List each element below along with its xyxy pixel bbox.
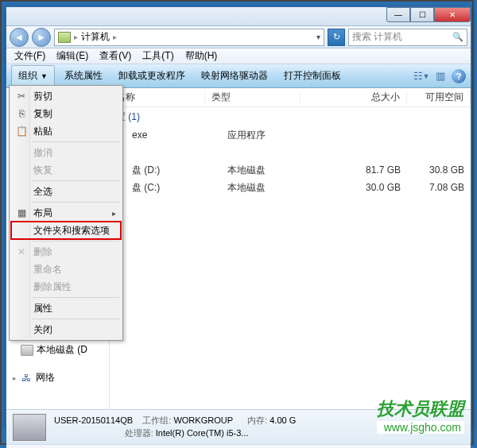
- drive-icon: [21, 345, 33, 356]
- preview-pane-button[interactable]: ▥: [432, 68, 448, 84]
- expand-icon[interactable]: ▸: [13, 374, 17, 382]
- col-free[interactable]: 可用空间: [407, 91, 471, 104]
- delete-icon: ✕: [14, 246, 29, 257]
- column-headers: 名称 类型 总大小 可用空间: [110, 88, 471, 107]
- menu-layout[interactable]: ▦布局▸: [11, 204, 121, 222]
- search-placeholder: 搜索 计算机: [352, 30, 402, 44]
- search-input[interactable]: 搜索 计算机 🔍: [348, 29, 467, 46]
- minimize-button[interactable]: —: [386, 7, 410, 22]
- col-type[interactable]: 类型: [205, 91, 301, 104]
- menu-select-all[interactable]: 全选: [11, 183, 121, 200]
- menu-cut[interactable]: ✂剪切: [11, 87, 121, 105]
- file-list: 名称 类型 总大小 可用空间 置 (1) exe 应用程序 盘 (D:) 本地磁…: [110, 88, 471, 409]
- computer-large-icon: [13, 414, 46, 441]
- address-bar[interactable]: ▸ 计算机 ▸ ▾: [54, 29, 324, 46]
- menu-bar: 文件(F) 编辑(E) 查看(V) 工具(T) 帮助(H): [6, 48, 471, 64]
- menu-help[interactable]: 帮助(H): [180, 48, 223, 64]
- menu-tools[interactable]: 工具(T): [138, 48, 178, 64]
- breadcrumb-root[interactable]: 计算机: [81, 30, 110, 44]
- map-network-drive-button[interactable]: 映射网络驱动器: [195, 66, 274, 86]
- menu-copy[interactable]: ⎘复制: [11, 105, 121, 122]
- menu-redo: 恢复: [11, 161, 121, 179]
- menu-remove-props: 删除属性: [11, 278, 121, 295]
- close-button[interactable]: ✕: [434, 7, 471, 22]
- titlebar[interactable]: — ☐ ✕: [6, 7, 471, 26]
- menu-view[interactable]: 查看(V): [95, 48, 136, 64]
- refresh-button[interactable]: ↻: [328, 29, 345, 46]
- menu-properties[interactable]: 属性: [11, 299, 121, 317]
- status-bar: 3 个项目: [6, 444, 471, 448]
- menu-close[interactable]: 关闭: [11, 321, 121, 338]
- details-pane: USER-20150114QB 工作组: WORKGROUP 内存: 4.00 …: [6, 409, 471, 444]
- network-icon: 🖧: [20, 373, 33, 384]
- help-button[interactable]: ?: [452, 69, 466, 83]
- cut-icon: ✂: [14, 91, 29, 102]
- breadcrumb-sep-icon: ▸: [113, 33, 117, 41]
- system-properties-button[interactable]: 系统属性: [58, 66, 109, 86]
- menu-undo: 撤消: [11, 144, 121, 161]
- computer-icon: [58, 32, 71, 43]
- list-item[interactable]: exe 应用程序: [110, 126, 471, 144]
- breadcrumb-sep-icon: ▸: [74, 33, 78, 41]
- view-options-button[interactable]: ☷ ▼: [413, 68, 429, 84]
- layout-icon: ▦: [14, 207, 29, 218]
- paste-icon: 📋: [14, 126, 29, 137]
- chevron-down-icon: ▼: [41, 72, 48, 80]
- submenu-arrow-icon: ▸: [112, 209, 116, 218]
- menu-paste[interactable]: 📋粘贴: [11, 122, 121, 140]
- menu-delete: ✕删除: [11, 243, 121, 261]
- sidebar-item-network[interactable]: ▸ 🖧 网络: [6, 369, 109, 386]
- menu-file[interactable]: 文件(F): [10, 48, 50, 64]
- uninstall-programs-button[interactable]: 卸载或更改程序: [112, 66, 192, 86]
- col-name[interactable]: 名称: [110, 91, 205, 104]
- menu-folder-options[interactable]: 文件夹和搜索选项: [11, 222, 121, 239]
- open-control-panel-button[interactable]: 打开控制面板: [277, 66, 347, 86]
- organize-button[interactable]: 组织 ▼: [11, 65, 55, 87]
- group-header-devices[interactable]: 置 (1): [110, 107, 471, 126]
- address-dropdown-icon[interactable]: ▾: [316, 33, 320, 41]
- forward-button[interactable]: ►: [32, 28, 51, 47]
- list-item[interactable]: 盘 (C:) 本地磁盘 30.0 GB 7.08 GB: [110, 179, 471, 196]
- list-item[interactable]: 盘 (D:) 本地磁盘 81.7 GB 30.8 GB: [110, 161, 471, 179]
- computer-name: USER-20150114QB: [54, 415, 133, 425]
- maximize-button[interactable]: ☐: [410, 7, 434, 22]
- sidebar-item-drive-d[interactable]: 本地磁盘 (D: [6, 342, 109, 358]
- menu-edit[interactable]: 编辑(E): [52, 48, 93, 64]
- search-icon: 🔍: [452, 32, 463, 42]
- menu-rename: 重命名: [11, 261, 121, 278]
- copy-icon: ⎘: [14, 108, 29, 119]
- navigation-bar: ◄ ► ▸ 计算机 ▸ ▾ ↻ 搜索 计算机 🔍: [6, 26, 471, 48]
- back-button[interactable]: ◄: [10, 28, 29, 47]
- col-total[interactable]: 总大小: [328, 91, 407, 104]
- organize-menu: ✂剪切 ⎘复制 📋粘贴 撤消 恢复 全选 ▦布局▸ 文件夹和搜索选项 ✕删除 重…: [9, 85, 123, 341]
